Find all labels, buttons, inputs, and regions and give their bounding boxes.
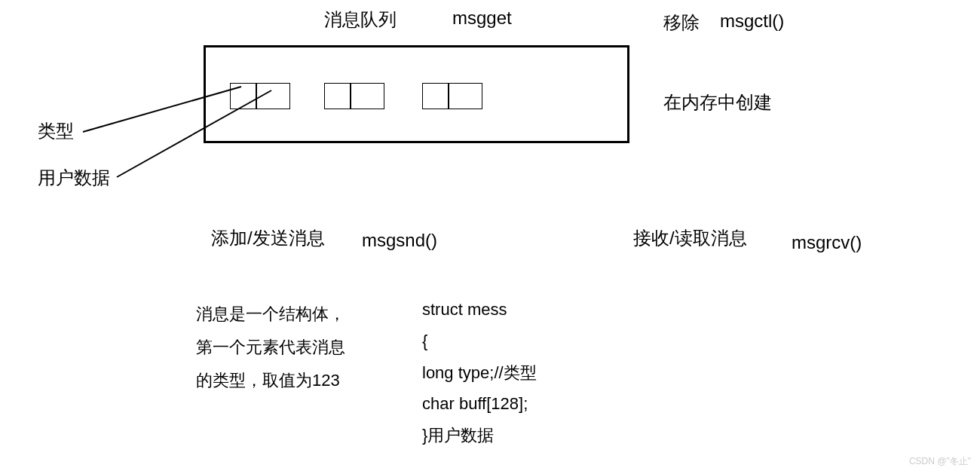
msgctl-label: msgctl() xyxy=(720,11,784,32)
msg-cell-1-type xyxy=(230,83,256,109)
msg-cell-2-data xyxy=(351,83,384,109)
create-in-memory-label: 在内存中创建 xyxy=(663,90,772,115)
code-line-2: { xyxy=(422,326,537,357)
code-line-1: struct mess xyxy=(422,294,537,326)
msg-cell-1-data xyxy=(256,83,290,109)
remove-label: 移除 xyxy=(663,11,700,35)
msgrcv-label: msgrcv() xyxy=(792,232,862,253)
type-label: 类型 xyxy=(38,119,74,143)
code-line-4: char buff[128]; xyxy=(422,388,537,420)
send-label: 添加/发送消息 xyxy=(211,226,325,250)
recv-label: 接收/读取消息 xyxy=(633,226,747,250)
struct-code-block: struct mess { long type;//类型 char buff[1… xyxy=(422,294,537,451)
msg-cell-2-type xyxy=(324,83,351,109)
msg-cell-3-data xyxy=(449,83,482,109)
msgsnd-label: msgsnd() xyxy=(362,230,437,251)
code-line-5: }用户数据 xyxy=(422,420,537,451)
msg-cell-3-type xyxy=(422,83,449,109)
description-block: 消息是一个结构体， 第一个元素代表消息 的类型，取值为123 xyxy=(196,298,345,397)
desc-line-1: 消息是一个结构体， xyxy=(196,298,345,331)
msgget-label: msgget xyxy=(452,8,512,29)
desc-line-2: 第一个元素代表消息 xyxy=(196,331,345,364)
code-line-3: long type;//类型 xyxy=(422,357,537,389)
userdata-label: 用户数据 xyxy=(38,166,110,190)
title-label: 消息队列 xyxy=(324,8,397,32)
desc-line-3: 的类型，取值为123 xyxy=(196,364,345,397)
watermark: CSDN @"冬止" xyxy=(909,455,971,468)
